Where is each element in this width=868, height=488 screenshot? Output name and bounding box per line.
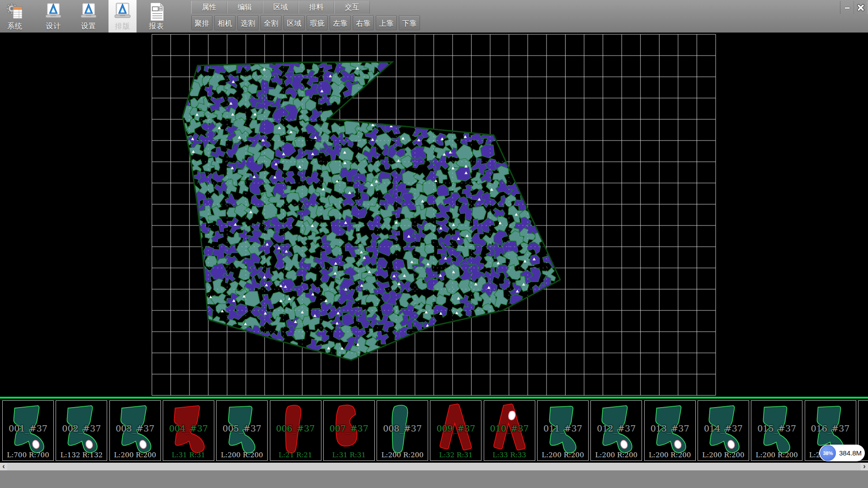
action-button-3[interactable]: 选割 bbox=[237, 15, 259, 30]
memory-usage-badge[interactable]: 38% 384.8M bbox=[819, 445, 865, 461]
piece-name: 003_#37 bbox=[110, 423, 160, 433]
menu-tab-3[interactable]: 区域 bbox=[263, 1, 298, 14]
close-icon bbox=[857, 4, 865, 12]
piece-counts: L:200 R:200 bbox=[698, 451, 749, 459]
mode-button-1[interactable]: 系统 bbox=[1, 0, 29, 33]
thumbnail-cell[interactable]: 002_#37L:132 R:132 bbox=[56, 400, 107, 461]
mode-button-2[interactable]: 设计 bbox=[35, 0, 71, 33]
piece-counts: L:200 R:200 bbox=[538, 451, 588, 459]
action-button-6[interactable]: 瑕疵 bbox=[307, 15, 328, 30]
thumbnail-cell[interactable]: 006_#37L:21 R:21 bbox=[270, 400, 321, 461]
thumbnail-cell[interactable]: 007_#37L:31 R:31 bbox=[323, 400, 375, 461]
piece-name: 004_#37 bbox=[163, 423, 214, 433]
nesting-laptop-icon bbox=[113, 1, 132, 22]
piece-counts: L:700 R:700 bbox=[3, 451, 53, 459]
mode-button-label: 系统 bbox=[1, 22, 29, 30]
action-button-10[interactable]: 下靠 bbox=[399, 15, 420, 30]
mode-button-label: 报表 bbox=[138, 22, 175, 30]
piece-counts: L:200 R:200 bbox=[751, 451, 802, 459]
menu-tab-4[interactable]: 排料 bbox=[298, 1, 334, 14]
piece-counts: L:31 R:31 bbox=[163, 451, 214, 459]
percent-indicator: 38% bbox=[820, 445, 836, 461]
piece-name: 006_#37 bbox=[270, 423, 321, 433]
piece-counts: L:21 R:21 bbox=[270, 451, 321, 459]
thumbnail-cell[interactable]: 004_#37L:31 R:31 bbox=[163, 400, 214, 461]
action-button-4[interactable]: 全割 bbox=[260, 15, 282, 30]
action-button-2[interactable]: 相机 bbox=[214, 15, 236, 30]
thumbnail-scrollbar[interactable]: ‹ › bbox=[0, 463, 868, 470]
thumbnail-cell[interactable]: 009_#37L:32 R:31 bbox=[430, 400, 481, 461]
mode-button-3[interactable]: 设置 bbox=[71, 0, 107, 33]
menu-tab-row: 属性编辑区域排料交互 bbox=[191, 1, 370, 14]
design-laptop-icon bbox=[44, 1, 62, 22]
thumbnail-cell[interactable]: 001_#37L:700 R:700 bbox=[2, 400, 54, 461]
mode-button-4[interactable]: 排版 bbox=[108, 0, 137, 33]
thumbnail-cell[interactable]: 013_#37L:200 R:200 bbox=[644, 400, 696, 461]
piece-name: 014_#37 bbox=[698, 423, 749, 433]
status-bar bbox=[0, 470, 868, 488]
scroll-right-arrow[interactable]: › bbox=[861, 463, 868, 470]
piece-name: 010_#37 bbox=[484, 423, 535, 433]
thumbnail-cell[interactable]: 014_#37L:200 R:200 bbox=[698, 400, 749, 461]
mode-button-label: 设计 bbox=[35, 22, 71, 30]
piece-thumbnail-strip: 001_#37L:700 R:700002_#37L:132 R:132003_… bbox=[0, 397, 868, 463]
strip-top-separator bbox=[0, 397, 868, 399]
piece-counts: L:200 R:200 bbox=[645, 451, 695, 459]
piece-counts: L:31 R:31 bbox=[324, 451, 374, 459]
action-button-9[interactable]: 上靠 bbox=[376, 15, 397, 30]
thumbnail-cell[interactable]: 008_#37L:200 R:200 bbox=[377, 400, 428, 461]
mode-button-label: 排版 bbox=[108, 22, 137, 30]
memory-value: 384.8M bbox=[839, 445, 862, 461]
piece-counts: L:33 R:33 bbox=[484, 451, 535, 459]
action-button-1[interactable]: 聚排 bbox=[191, 15, 212, 30]
percent-value: 38% bbox=[823, 450, 833, 456]
piece-name: 001_#37 bbox=[3, 423, 53, 433]
piece-name: 016_#37 bbox=[805, 423, 856, 433]
ribbon-bar: 系统设计设置排版报表 属性编辑区域排料交互 聚排相机选割全割区域瑕疵左靠右靠上靠… bbox=[0, 0, 868, 33]
action-button-7[interactable]: 左靠 bbox=[330, 15, 351, 30]
piece-counts: L:200 R:200 bbox=[110, 451, 160, 459]
thumbnail-cell[interactable]: 010_#37L:33 R:33 bbox=[484, 400, 535, 461]
piece-name: 008_#37 bbox=[377, 423, 428, 433]
piece-name: 012_#37 bbox=[591, 423, 642, 433]
action-button-row: 聚排相机选割全割区域瑕疵左靠右靠上靠下靠 bbox=[191, 15, 420, 30]
menu-tab-2[interactable]: 编辑 bbox=[227, 1, 263, 14]
menu-tab-5[interactable]: 交互 bbox=[334, 1, 370, 14]
piece-name: 007_#37 bbox=[324, 423, 374, 433]
thumbnail-cell[interactable]: 005_#37L:200 R:200 bbox=[216, 400, 268, 461]
minimize-icon bbox=[843, 4, 851, 12]
settings-laptop-icon bbox=[80, 1, 98, 22]
mode-button-5[interactable]: 报表 bbox=[138, 0, 175, 33]
action-button-8[interactable]: 右靠 bbox=[353, 15, 374, 30]
mode-button-label: 设置 bbox=[71, 22, 107, 30]
piece-counts: L:32 R:31 bbox=[430, 451, 481, 459]
piece-counts: L:200 R:200 bbox=[591, 451, 642, 459]
piece-counts: L:132 R:132 bbox=[56, 451, 107, 459]
piece-name: 011_#37 bbox=[538, 423, 588, 433]
scroll-left-arrow[interactable]: ‹ bbox=[0, 463, 7, 470]
thumbnail-cell[interactable]: 012_#37L:200 R:200 bbox=[590, 400, 642, 461]
piece-name: 002_#37 bbox=[56, 423, 107, 433]
close-button[interactable] bbox=[854, 1, 868, 14]
application-window: 系统设计设置排版报表 属性编辑区域排料交互 聚排相机选割全割区域瑕疵左靠右靠上靠… bbox=[0, 0, 868, 488]
thumbnail-cell[interactable]: 015_#37L:200 R:200 bbox=[751, 400, 802, 461]
thumbnail-cell[interactable]: 011_#37L:200 R:200 bbox=[537, 400, 589, 461]
minimize-button[interactable] bbox=[840, 1, 854, 14]
piece-counts: L:200 R:200 bbox=[217, 451, 267, 459]
system-gear-icon bbox=[6, 1, 24, 22]
action-button-5[interactable]: 区域 bbox=[283, 15, 305, 30]
piece-name: 005_#37 bbox=[217, 423, 267, 433]
piece-name: 013_#37 bbox=[645, 423, 695, 433]
menu-tab-1[interactable]: 属性 bbox=[191, 1, 227, 14]
report-doc-icon bbox=[147, 1, 165, 22]
piece-counts: L:200 R:200 bbox=[377, 451, 428, 459]
thumbnail-cell[interactable]: 003_#37L:200 R:200 bbox=[109, 400, 161, 461]
piece-name: 015_#37 bbox=[751, 423, 802, 433]
piece-name: 009_#37 bbox=[430, 423, 481, 433]
